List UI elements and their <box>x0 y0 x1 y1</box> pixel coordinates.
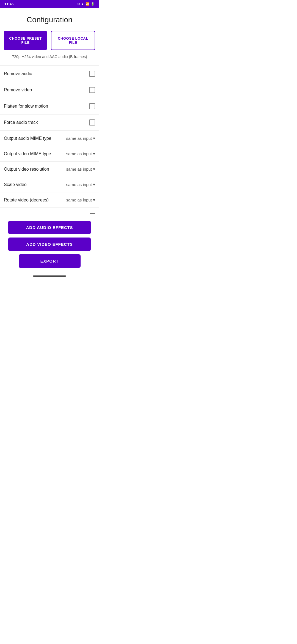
export-button[interactable]: EXPORT <box>19 254 81 268</box>
add-audio-effects-button[interactable]: ADD AUDIO EFFECTS <box>8 221 91 234</box>
chevron-down-icon-scale-video: ▾ <box>93 182 95 187</box>
dropdown-scale-video[interactable]: Scale video same as input ▾ <box>0 177 99 192</box>
option-label-force-audio-track: Force audio track <box>4 120 89 125</box>
nav-bar-line <box>33 275 66 277</box>
dropdown-text-output-audio-mime: same as input <box>66 136 92 141</box>
wifi-icon: ▲ <box>81 2 84 6</box>
status-icons: ⊖ ▲ 📶 🔋 <box>77 2 95 6</box>
checkbox-force-audio-track[interactable] <box>89 119 95 125</box>
dropdown-output-audio-mime[interactable]: Output audio MIME type same as input ▾ <box>0 131 99 146</box>
dropdown-label-output-video-mime: Output video MIME type <box>4 151 66 156</box>
option-force-audio-track: Force audio track <box>0 114 99 131</box>
option-remove-video: Remove video <box>0 82 99 98</box>
chevron-down-icon-rotate-video: ▾ <box>93 197 95 203</box>
dropdown-text-output-video-mime: same as input <box>66 151 92 156</box>
option-label-remove-video: Remove video <box>4 88 89 92</box>
dropdown-output-video-resolution[interactable]: Output video resolution same as input ▾ <box>0 162 99 177</box>
bottom-divider: — <box>0 208 99 216</box>
dropdown-rotate-video[interactable]: Rotate video (degrees) same as input ▾ <box>0 192 99 208</box>
dropdown-label-rotate-video: Rotate video (degrees) <box>4 198 66 203</box>
dropdown-value-output-video-mime[interactable]: same as input ▾ <box>66 151 95 156</box>
chevron-down-icon-audio-mime: ▾ <box>93 136 95 141</box>
action-buttons: ADD AUDIO EFFECTS ADD VIDEO EFFECTS EXPO… <box>0 216 99 273</box>
option-remove-audio: Remove audio <box>0 66 99 82</box>
dropdown-value-scale-video[interactable]: same as input ▾ <box>66 182 95 187</box>
checkbox-flatten-slow-motion[interactable] <box>89 103 95 109</box>
dropdown-label-output-audio-mime: Output audio MIME type <box>4 136 66 141</box>
battery-icon: 🔋 <box>91 2 95 6</box>
choose-preset-file-button[interactable]: CHOOSE PRESET FILE <box>4 31 47 50</box>
chevron-down-icon-video-resolution: ▾ <box>93 167 95 172</box>
chevron-down-icon-video-mime: ▾ <box>93 151 95 156</box>
nav-bar <box>0 273 99 280</box>
dropdown-value-output-audio-mime[interactable]: same as input ▾ <box>66 136 95 141</box>
status-bar: 11:45 ⊖ ▲ 📶 🔋 <box>0 0 99 8</box>
choose-local-file-button[interactable]: CHOOSE LOCAL FILE <box>51 31 95 50</box>
dash-icon: — <box>90 210 95 216</box>
option-label-remove-audio: Remove audio <box>4 71 89 76</box>
dropdown-text-rotate-video: same as input <box>66 198 92 202</box>
top-buttons-row: CHOOSE PRESET FILE CHOOSE LOCAL FILE <box>0 31 99 50</box>
dropdown-text-output-video-resolution: same as input <box>66 167 92 171</box>
status-time: 11:45 <box>4 2 13 6</box>
option-flatten-slow-motion: Flatten for slow motion <box>0 98 99 114</box>
option-label-flatten-slow-motion: Flatten for slow motion <box>4 104 89 109</box>
dropdown-output-video-mime[interactable]: Output video MIME type same as input ▾ <box>0 146 99 162</box>
dropdown-value-output-video-resolution[interactable]: same as input ▾ <box>66 167 95 172</box>
add-video-effects-button[interactable]: ADD VIDEO EFFECTS <box>8 238 91 251</box>
dropdown-text-scale-video: same as input <box>66 182 92 187</box>
dropdown-value-rotate-video[interactable]: same as input ▾ <box>66 197 95 203</box>
checkbox-remove-video[interactable] <box>89 87 95 93</box>
page-title: Configuration <box>0 15 99 24</box>
dropdown-label-scale-video: Scale video <box>4 182 66 187</box>
signal-icon: 📶 <box>86 2 89 6</box>
checkbox-remove-audio[interactable] <box>89 71 95 77</box>
preset-description: 720p H264 video and AAC audio (B-frames) <box>4 54 95 59</box>
dnd-icon: ⊖ <box>77 2 80 6</box>
dropdown-label-output-video-resolution: Output video resolution <box>4 167 66 172</box>
